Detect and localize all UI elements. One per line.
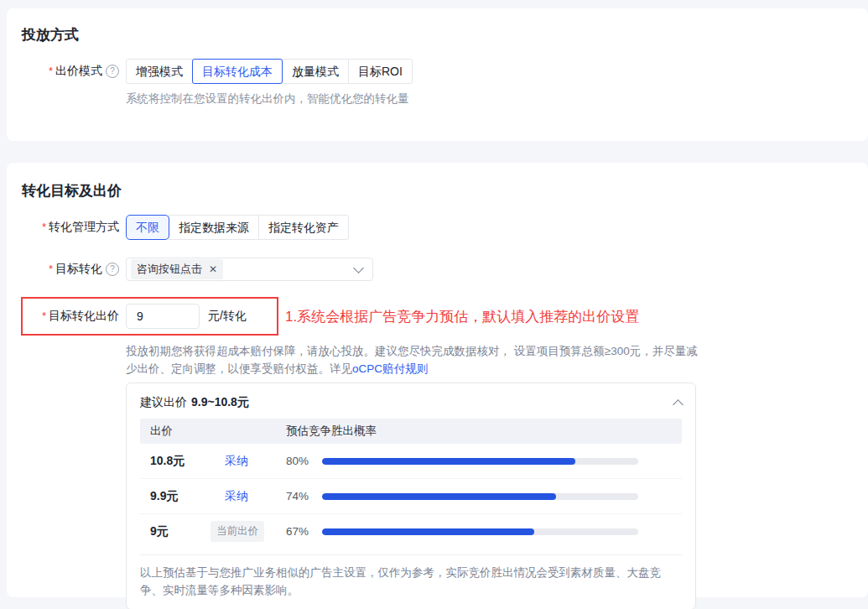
column-header-win-probability: 预估竞争胜出概率: [286, 424, 377, 439]
option-button-1[interactable]: 目标转化成本: [192, 59, 283, 84]
action-cell: 当前出价: [211, 521, 262, 542]
target-bid-input[interactable]: [126, 304, 200, 329]
compensation-notice: 投放初期您将获得超成本赔付保障，请放心投放。建议您尽快完成数据核对， 设置项目预…: [126, 342, 699, 377]
suggestion-row-0: 10.8元采纳80%: [140, 444, 682, 479]
probability-bar-track: [322, 528, 638, 535]
required-asterisk: *: [49, 67, 53, 75]
option-button-0[interactable]: 增强模式: [126, 59, 193, 84]
bid-mode-row: * 出价模式 ? 增强模式目标转化成本放量模式目标ROI: [22, 59, 848, 84]
suggested-bid-header: 建议出价 9.9~10.8元: [140, 393, 682, 412]
conversion-management-label-text: 转化管理方式: [49, 220, 119, 235]
suggestion-table-body: 10.8元采纳80%9.9元采纳74%9元当前出价67%: [140, 444, 682, 549]
win-probability-value: 67%: [286, 525, 322, 538]
option-button-2[interactable]: 放量模式: [282, 59, 349, 84]
probability-bar-track: [322, 493, 638, 500]
bid-unit-label: 元/转化: [208, 309, 247, 324]
current-bid-badge: 当前出价: [211, 521, 264, 542]
conversion-management-row: * 转化管理方式 不限指定数据来源指定转化资产: [22, 215, 848, 240]
win-probability-value: 74%: [286, 490, 322, 502]
selected-conversion-tag-text: 咨询按钮点击: [137, 262, 202, 277]
suggestion-row-2: 9元当前出价67%: [140, 514, 682, 549]
adopt-bid-link[interactable]: 采纳: [225, 454, 248, 467]
target-conversion-label: * 目标转化 ?: [22, 262, 119, 277]
win-probability-value: 80%: [286, 455, 322, 467]
bid-mode-helper-text: 系统将控制在您设置的转化出价内，智能优化您的转化量: [126, 91, 848, 107]
delivery-section-title: 投放方式: [22, 25, 848, 45]
action-cell: 采纳: [211, 488, 262, 504]
chevron-up-icon[interactable]: [673, 399, 683, 410]
bid-price: 10.8元: [150, 454, 211, 469]
selected-conversion-tag: 咨询按钮点击 ✕: [131, 259, 223, 279]
target-conversion-select[interactable]: 咨询按钮点击 ✕: [126, 258, 373, 281]
option-button-0[interactable]: 不限: [126, 215, 169, 240]
target-bid-row: * 目标转化出价 元/转化 1.系统会根据广告竞争力预估，默认填入推荐的出价设置: [22, 304, 848, 329]
close-icon[interactable]: ✕: [209, 263, 217, 275]
option-button-1[interactable]: 指定数据来源: [169, 215, 259, 240]
target-bid-label-text: 目标转化出价: [49, 309, 119, 324]
conversion-management-label: * 转化管理方式: [22, 220, 119, 235]
probability-bar-track: [322, 458, 638, 465]
suggestion-disclaimer: 以上预估基于与您推广业务相似的广告主设置，仅作为参考，实际竞价胜出情况会受到素材…: [140, 554, 682, 599]
suggestion-table-header: 出价 预估竞争胜出概率: [140, 419, 682, 444]
bid-mode-options: 增强模式目标转化成本放量模式目标ROI: [126, 59, 413, 84]
column-header-bid: 出价: [150, 424, 286, 439]
suggestion-row-1: 9.9元采纳74%: [140, 479, 682, 514]
target-bid-label: * 目标转化出价: [22, 309, 119, 324]
required-asterisk: *: [42, 223, 46, 232]
bid-price: 9元: [150, 524, 211, 539]
bid-mode-label-text: 出价模式: [55, 64, 102, 79]
probability-bar-fill: [322, 528, 534, 535]
adopt-bid-link[interactable]: 采纳: [225, 489, 248, 502]
bid-price: 9.9元: [150, 489, 211, 504]
ocpc-rules-link[interactable]: oCPC赔付规则: [352, 362, 428, 375]
target-conversion-row: * 目标转化 ? 咨询按钮点击 ✕: [22, 258, 848, 281]
suggested-bid-title: 建议出价: [140, 395, 187, 410]
bid-mode-label: * 出价模式 ?: [22, 64, 119, 79]
delivery-method-card: 投放方式 * 出价模式 ? 增强模式目标转化成本放量模式目标ROI 系统将控制在…: [7, 8, 868, 141]
probability-bar-fill: [322, 493, 556, 500]
question-circle-icon[interactable]: ?: [106, 65, 119, 78]
action-cell: 采纳: [211, 453, 262, 469]
target-conversion-label-text: 目标转化: [55, 262, 102, 277]
chevron-down-icon[interactable]: [353, 263, 364, 273]
suggested-bid-range: 9.9~10.8元: [191, 395, 249, 410]
option-button-3[interactable]: 目标ROI: [348, 59, 413, 84]
annotation-note-text: 1.系统会根据广告竞争力预估，默认填入推荐的出价设置: [285, 307, 639, 326]
suggested-bid-panel: 建议出价 9.9~10.8元 出价 预估竞争胜出概率 10.8元采纳80%9.9…: [126, 383, 696, 609]
required-asterisk: *: [49, 265, 53, 273]
option-button-2[interactable]: 指定转化资产: [258, 215, 349, 240]
conversion-section-title: 转化目标及出价: [22, 181, 848, 201]
required-asterisk: *: [42, 312, 46, 320]
question-circle-icon[interactable]: ?: [106, 263, 119, 276]
conversion-management-options: 不限指定数据来源指定转化资产: [126, 215, 349, 240]
probability-bar-fill: [322, 458, 575, 465]
conversion-card: 转化目标及出价 * 转化管理方式 不限指定数据来源指定转化资产 * 目标转化 ?…: [7, 163, 868, 597]
